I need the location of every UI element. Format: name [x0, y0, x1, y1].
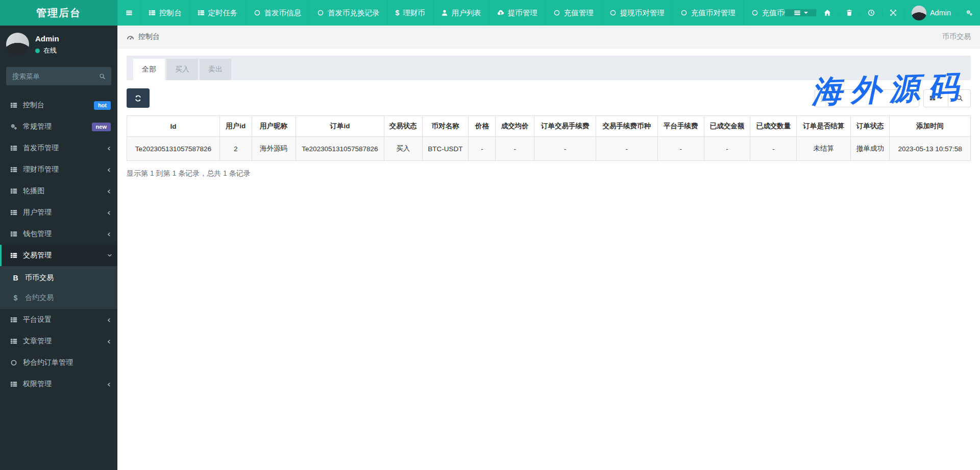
sidebar-item-platform-settings[interactable]: 平台设置‹ — [0, 309, 117, 331]
sidebar-item-finance-coin-manage[interactable]: 理财币管理‹ — [0, 159, 117, 180]
search-icon — [956, 95, 963, 102]
filter-tabs: 全部 买入 卖出 — [127, 56, 971, 80]
clear-trash-button[interactable] — [838, 9, 860, 16]
navbar-right: Admin — [785, 0, 980, 26]
circle-icon — [317, 9, 324, 16]
sidebar-item-permission-manage[interactable]: 权限管理‹ — [0, 373, 117, 395]
top-navbar: 管理后台 控制台 定时任务 首发币信息 首发币兑换记录 $理财币 用户列表 提币… — [0, 0, 980, 26]
th-list-icon — [9, 145, 18, 152]
th-list-icon — [9, 166, 18, 173]
sidebar-submenu-trade: B币币交易 $合约交易 — [0, 266, 117, 309]
table-search-area — [815, 89, 971, 107]
chevron-left-icon: ‹ — [107, 315, 111, 324]
breadcrumb: 控制台 币币交易 — [117, 26, 980, 49]
brand-logo[interactable]: 管理后台 — [0, 0, 117, 26]
sidebar-item-ico-manage[interactable]: 首发币管理‹ — [0, 137, 117, 159]
hamburger-icon — [794, 9, 801, 16]
columns-dropdown-button[interactable] — [923, 89, 948, 107]
sidebar-search-button[interactable] — [95, 69, 109, 83]
dollar-icon: $ — [396, 9, 400, 16]
orders-table: Id 用户id 用户昵称 订单id 交易状态 币对名称 价格 成交均价 订单交易… — [127, 115, 971, 161]
circle-icon — [254, 9, 261, 16]
home-icon — [824, 9, 831, 16]
chevron-left-icon: ‹ — [107, 208, 111, 217]
pagination-info: 显示第 1 到第 1 条记录，总共 1 条记录 — [127, 169, 971, 178]
chevron-left-icon: ‹ — [107, 144, 111, 153]
sidebar-item-console[interactable]: 控制台hot — [0, 95, 117, 116]
breadcrumb-home-link[interactable]: 控制台 — [127, 32, 160, 41]
sidebar-item-spot-trade[interactable]: B币币交易 — [0, 268, 117, 288]
cell-filled-amount: - — [704, 137, 750, 161]
tab-sell[interactable]: 卖出 — [200, 59, 231, 80]
nav-item-recharge[interactable]: 充值管理 — [545, 0, 601, 26]
sidebar-item-article-manage[interactable]: 文章管理‹ — [0, 331, 117, 352]
nav-menu-dropdown-button[interactable] — [785, 9, 816, 16]
sidebar-toggle-button[interactable] — [117, 0, 140, 26]
cell-price: - — [469, 137, 496, 161]
col-price: 价格 — [469, 116, 496, 137]
navbar-menu: 控制台 定时任务 首发币信息 首发币兑换记录 $理财币 用户列表 提币管理 充值… — [117, 0, 785, 26]
sidebar-item-user-manage[interactable]: 用户管理‹ — [0, 202, 117, 223]
sidebar-item-general[interactable]: 常规管理new — [0, 116, 117, 137]
settings-button[interactable] — [958, 9, 980, 16]
user-menu[interactable]: Admin — [904, 6, 958, 20]
circle-icon — [680, 9, 688, 16]
sidebar-item-second-contract-orders[interactable]: 秒合约订单管理 — [0, 352, 117, 373]
nav-item-ico-exchange-records[interactable]: 首发币兑换记录 — [309, 0, 387, 26]
sidebar-menu: 控制台hot 常规管理new 首发币管理‹ 理财币管理‹ 轮播图‹ 用户管理‹ … — [0, 95, 117, 266]
nav-item-withdraw-coin[interactable]: 提币管理 — [489, 0, 545, 26]
dollar-icon: $ — [11, 294, 20, 301]
sidebar-item-trade-manage[interactable]: 交易管理‹ — [0, 245, 117, 266]
cell-settled: 未结算 — [797, 137, 851, 161]
th-list-icon — [9, 209, 18, 216]
page-title: 币币交易 — [942, 32, 971, 41]
col-order-status: 订单状态 — [851, 116, 890, 137]
chevron-left-icon: ‹ — [107, 337, 111, 346]
tab-all[interactable]: 全部 — [133, 59, 165, 80]
sidebar: Admin 在线 控制台hot 常规管理new 首发币管理‹ 理财币管理‹ 轮播… — [0, 26, 117, 470]
trash-icon — [846, 9, 853, 16]
nav-item-finance-coin[interactable]: $理财币 — [387, 0, 433, 26]
col-avg-price: 成交均价 — [496, 116, 534, 137]
nav-item-console[interactable]: 控制台 — [140, 0, 189, 26]
cell-id: Te202305131057587826 — [127, 137, 220, 161]
circle-icon — [9, 359, 18, 366]
nav-item-ico-info[interactable]: 首发币信息 — [246, 0, 309, 26]
nav-item-recharge-pairs[interactable]: 充值币对管理 — [672, 0, 743, 26]
th-list-icon — [9, 102, 18, 109]
fullscreen-button[interactable] — [882, 9, 904, 16]
sidebar-user-status: 在线 — [35, 46, 59, 55]
chevron-left-icon: ‹ — [107, 186, 111, 196]
clear-cache-button[interactable] — [860, 9, 882, 16]
trade-panel: 全部 买入 卖出 海外源码 — [127, 56, 971, 181]
home-button[interactable] — [816, 9, 838, 16]
th-list-icon — [9, 252, 18, 259]
sidebar-item-wallet-manage[interactable]: 钱包管理‹ — [0, 223, 117, 245]
avatar — [912, 6, 926, 20]
chevron-left-icon: ‹ — [107, 229, 111, 239]
nav-item-withdraw-pairs[interactable]: 提现币对管理 — [601, 0, 672, 26]
cell-platform-fee: - — [657, 137, 704, 161]
col-filled-amount: 已成交金额 — [704, 116, 750, 137]
fullscreen-icon — [890, 9, 897, 16]
col-order-id: 订单id — [296, 116, 384, 137]
circle-icon — [609, 9, 617, 16]
nav-item-cron-tasks[interactable]: 定时任务 — [189, 0, 246, 26]
sidebar-item-carousel[interactable]: 轮播图‹ — [0, 180, 117, 202]
table-row: Te202305131057587826 2 海外源码 Te2023051310… — [127, 137, 971, 161]
search-button[interactable] — [948, 89, 971, 107]
sidebar-item-contract-trade[interactable]: $合约交易 — [0, 288, 117, 308]
cell-created-time: 2023-05-13 10:57:58 — [890, 137, 971, 161]
nav-item-user-list[interactable]: 用户列表 — [433, 0, 489, 26]
tab-buy[interactable]: 买入 — [166, 59, 198, 80]
history-icon — [868, 9, 875, 16]
th-list-icon — [9, 316, 18, 323]
caret-down-icon — [939, 97, 943, 99]
table-search-input[interactable] — [815, 89, 919, 107]
gear-icon — [966, 9, 973, 16]
sidebar-user-name: Admin — [35, 34, 59, 43]
refresh-button[interactable] — [127, 88, 150, 108]
cell-avg-price: - — [496, 137, 534, 161]
cloud-upload-icon — [497, 9, 504, 16]
cell-order-id: Te202305131057587826 — [296, 137, 384, 161]
